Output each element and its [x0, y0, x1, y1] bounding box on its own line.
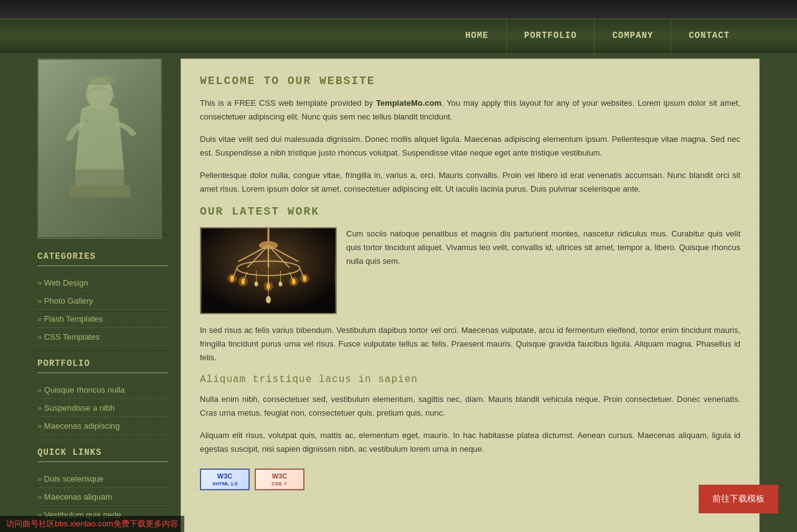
portfolio-list: Quisque rhoncus nulla Suspendisse a nibh… — [37, 381, 168, 435]
svg-rect-5 — [69, 185, 130, 198]
latest-work-section: Cum sociis natoque penatibus et magnis d… — [200, 227, 740, 365]
nav-contact[interactable]: CONTACT — [671, 19, 747, 52]
badge-area: W3C XHTML 1.0 W3C CSS ✓ — [200, 469, 740, 490]
list-item: Flash Templates — [37, 310, 168, 328]
quicklinks-heading: QUICK LINKS — [37, 447, 168, 462]
download-button[interactable]: 前往下载模板 — [699, 485, 778, 513]
category-flash-templates[interactable]: Flash Templates — [37, 314, 103, 324]
categories-heading: CATEGORIES — [37, 251, 168, 266]
svg-point-23 — [227, 273, 237, 283]
quicklink-2[interactable]: Maecenas aliquam — [37, 492, 112, 502]
svg-point-31 — [279, 281, 283, 286]
svg-point-8 — [96, 181, 98, 183]
portfolio-heading: PORTFOLIO — [37, 358, 168, 373]
intro-para-2: Duis vitae velit sed dui malesuada digni… — [200, 133, 740, 160]
sidebar-image — [37, 58, 162, 239]
category-css-templates[interactable]: CSS Templates — [37, 332, 100, 342]
css-badge: W3C CSS ✓ — [255, 469, 304, 490]
list-item: Suspendisse a nibh — [37, 399, 168, 417]
svg-point-3 — [85, 75, 115, 85]
portfolio-section: PORTFOLIO Quisque rhoncus nulla Suspendi… — [37, 358, 168, 435]
quicklink-1[interactable]: Duis scelerisque — [37, 474, 103, 483]
watermark: 访问曲号社区bbs.xienlao.com免费下载更多内容 — [0, 516, 184, 532]
subheading: Aliquam tristique lacus in sapien — [200, 374, 740, 385]
main-wrapper: CATEGORIES Web Design Photo Gallery Flas… — [0, 52, 797, 532]
xhtml-badge: W3C XHTML 1.0 — [200, 469, 250, 490]
svg-point-26 — [289, 276, 299, 286]
svg-point-29 — [255, 281, 258, 286]
svg-point-27 — [300, 273, 310, 283]
nav-home[interactable]: HOME — [448, 19, 506, 52]
categories-section: CATEGORIES Web Design Photo Gallery Flas… — [37, 251, 168, 346]
svg-point-24 — [238, 276, 248, 286]
portfolio-item-1[interactable]: Quisque rhoncus nulla — [37, 385, 125, 394]
categories-list: Web Design Photo Gallery Flash Templates… — [37, 274, 168, 346]
latest-work-para-2: In sed risus ac felis varius bibendum. V… — [200, 324, 740, 365]
list-item: Photo Gallery — [37, 292, 168, 310]
portfolio-item-3[interactable]: Maecenas adipiscing — [37, 421, 120, 431]
intro-para-3: Pellentesque dolor nulla, congue vitae, … — [200, 169, 740, 196]
latest-work-text-right: Cum sociis natoque penatibus et magnis d… — [346, 227, 740, 314]
top-bar — [0, 0, 797, 19]
nav-company[interactable]: COMPANY — [594, 19, 671, 52]
list-item: CSS Templates — [37, 328, 168, 346]
portfolio-item-2[interactable]: Suspendisse a nibh — [37, 403, 115, 413]
list-item: Web Design — [37, 274, 168, 292]
category-web-design[interactable]: Web Design — [37, 278, 88, 287]
svg-rect-4 — [75, 169, 124, 187]
latest-work-heading: OUR LATEST WORK — [200, 205, 740, 218]
templatemo-link[interactable]: TemplateMo.com — [376, 98, 441, 108]
nav-portfolio[interactable]: PORTFOLIO — [506, 19, 595, 52]
chandelier-image — [200, 227, 337, 314]
svg-point-33 — [266, 296, 271, 303]
latest-work-para-1: Cum sociis natoque penatibus et magnis d… — [346, 227, 740, 268]
svg-point-7 — [111, 151, 113, 152]
sub-para-1: Nulla enim nibh, consectetuer sed, vesti… — [200, 393, 740, 420]
sub-para-2: Aliquam elit risus, volutpat quis, matti… — [200, 429, 740, 456]
intro-text-start: This is a FREE CSS web template provided… — [200, 98, 376, 108]
svg-point-6 — [86, 120, 88, 123]
welcome-heading: WELCOME TO OUR WEBSITE — [200, 75, 740, 87]
list-item: Maecenas aliquam — [37, 488, 168, 506]
sidebar: CATEGORIES Web Design Photo Gallery Flas… — [37, 58, 181, 532]
intro-para-1: This is a FREE CSS web template provided… — [200, 96, 740, 124]
main-nav: HOME PORTFOLIO COMPANY CONTACT — [0, 19, 797, 52]
latest-work-inner: Cum sociis natoque penatibus et magnis d… — [200, 227, 740, 314]
list-item: Maecenas adipiscing — [37, 417, 168, 435]
category-photo-gallery[interactable]: Photo Gallery — [37, 296, 93, 306]
list-item: Duis scelerisque — [37, 470, 168, 488]
quicklinks-section: QUICK LINKS Duis scelerisque Maecenas al… — [37, 447, 168, 524]
main-content: WELCOME TO OUR WEBSITE This is a FREE CS… — [181, 58, 760, 532]
list-item: Quisque rhoncus nulla — [37, 381, 168, 399]
